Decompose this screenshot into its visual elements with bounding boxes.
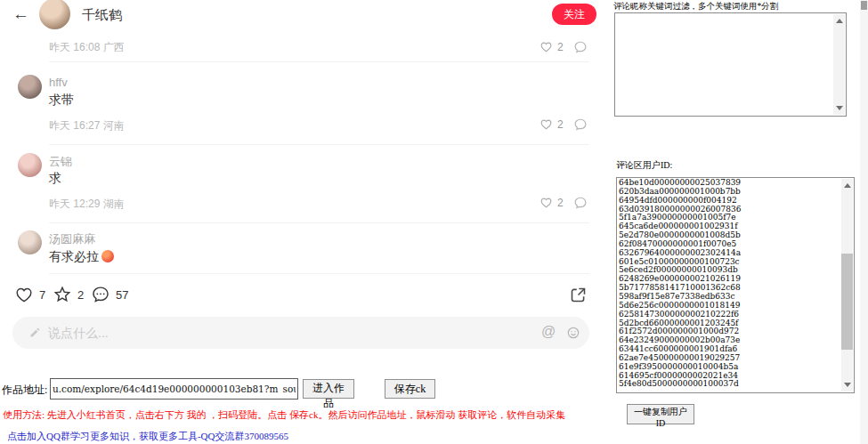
mention-at-icon[interactable]: @ bbox=[541, 324, 556, 340]
divider bbox=[49, 144, 589, 145]
post-reply-icon[interactable] bbox=[573, 40, 588, 54]
like-action[interactable]: 7 bbox=[14, 285, 45, 304]
author-name[interactable]: 千纸鹤 bbox=[82, 7, 122, 24]
comment-input-placeholder: 说点什么... bbox=[48, 326, 109, 342]
comment-like-count: 2 bbox=[557, 197, 564, 209]
divider bbox=[49, 273, 589, 274]
comment-meta: 昨天 16:27 河南 bbox=[49, 118, 125, 133]
chat-bubble-icon bbox=[91, 285, 110, 304]
qq-group-link[interactable]: 点击加入QQ群学习更多知识，获取更多工具-QQ交流群370089565 bbox=[7, 430, 288, 443]
heart-icon bbox=[14, 285, 34, 304]
comment-action[interactable]: 57 bbox=[91, 285, 128, 304]
scroll-up-icon[interactable] bbox=[844, 183, 851, 188]
back-icon[interactable]: ← bbox=[12, 4, 29, 24]
listbox-scrollbar[interactable] bbox=[841, 179, 853, 392]
emoji-picker-icon[interactable] bbox=[566, 326, 580, 340]
avatar[interactable] bbox=[18, 230, 42, 254]
url-input[interactable] bbox=[50, 378, 298, 400]
collect-action-count: 2 bbox=[77, 288, 84, 302]
page-scrollbar[interactable] bbox=[860, 0, 868, 444]
comment-text: 求 bbox=[49, 171, 61, 187]
avatar[interactable] bbox=[18, 75, 42, 99]
author-avatar[interactable] bbox=[39, 0, 70, 29]
comment-author[interactable]: hffv bbox=[49, 76, 68, 89]
scroll-up-icon[interactable] bbox=[836, 19, 843, 23]
user-id-listbox[interactable]: 64be10d00000000025037839 620b3daa0000000… bbox=[616, 177, 855, 393]
comment-like-count: 2 bbox=[557, 118, 564, 131]
comment-input[interactable]: 说点什么... @ bbox=[12, 317, 589, 349]
scroll-down-icon[interactable] bbox=[836, 106, 843, 110]
divider bbox=[49, 61, 589, 62]
comment-author[interactable]: 汤圆麻麻 bbox=[49, 231, 95, 247]
avatar[interactable] bbox=[18, 153, 42, 177]
post-like-count: 2 bbox=[557, 41, 564, 53]
red-face-emoji-icon bbox=[101, 250, 114, 262]
textarea-scrollbar[interactable] bbox=[833, 14, 845, 115]
user-id-label: 评论区用户ID: bbox=[616, 159, 672, 172]
post-like-button[interactable]: 2 bbox=[539, 40, 564, 53]
comment-reply-icon[interactable] bbox=[573, 117, 588, 132]
url-label: 作品地址: bbox=[2, 383, 47, 398]
app-window: ← 千纸鹤 关注 昨天 16:08 广西 2 hffv 求带 昨天 16:27 … bbox=[0, 0, 868, 444]
collect-action[interactable]: 2 bbox=[53, 285, 84, 304]
heart-icon bbox=[539, 40, 553, 53]
scrollbar-thumb[interactable] bbox=[841, 254, 853, 350]
divider bbox=[49, 222, 589, 223]
follow-button[interactable]: 关注 bbox=[552, 4, 596, 25]
star-icon bbox=[53, 285, 72, 304]
user-id-list[interactable]: 64be10d00000000025037839 620b3daa0000000… bbox=[617, 178, 854, 389]
comment-like-button[interactable]: 2 bbox=[539, 117, 564, 131]
share-icon[interactable] bbox=[569, 286, 588, 304]
heart-icon bbox=[539, 196, 553, 209]
copy-user-ids-button[interactable]: 一键复制用户ID bbox=[627, 404, 694, 424]
comment-text: 求带 bbox=[49, 93, 74, 109]
like-action-count: 7 bbox=[39, 288, 45, 302]
scroll-down-icon[interactable] bbox=[844, 383, 851, 387]
comment-meta: 昨天 12:29 湖南 bbox=[49, 197, 125, 212]
comment-text: 有求必拉 bbox=[49, 249, 114, 265]
save-ck-button[interactable]: 保存ck bbox=[385, 379, 435, 399]
comment-reply-icon[interactable] bbox=[573, 196, 588, 210]
scrollbar-thumb[interactable] bbox=[861, 1, 867, 10]
comment-author[interactable]: 云锦 bbox=[49, 154, 72, 170]
comment-like-button[interactable]: 2 bbox=[539, 196, 564, 209]
enter-work-button[interactable]: 进入作品 bbox=[303, 379, 354, 399]
heart-icon bbox=[539, 117, 553, 131]
comment-action-count: 57 bbox=[116, 288, 128, 302]
pencil-icon bbox=[28, 326, 42, 339]
keyword-filter-textarea[interactable] bbox=[614, 12, 847, 117]
post-meta: 昨天 16:08 广西 bbox=[49, 40, 125, 55]
keyword-filter-label: 评论昵称关键词过滤，多个关键词使用*分割 bbox=[613, 1, 778, 12]
usage-instructions: 使用方法: 先进入小红书首页，点击右下方 我的 ，扫码登陆。点击 保存ck。然后… bbox=[3, 408, 565, 422]
